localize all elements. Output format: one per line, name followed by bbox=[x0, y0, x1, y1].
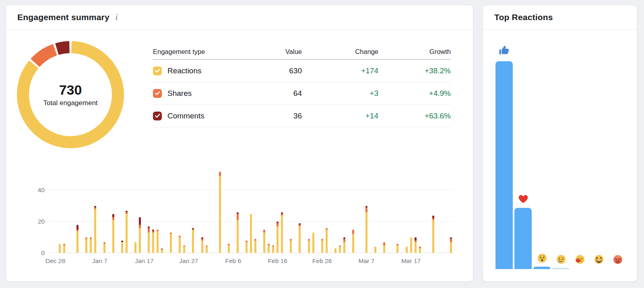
daily-engagement-chart[interactable]: 02040Dec 28Jan 7Jan 17Jan 27Feb 6Feb 16F… bbox=[49, 167, 453, 253]
series-label: Comments bbox=[167, 112, 204, 120]
engagement-bar[interactable] bbox=[228, 244, 230, 253]
engagement-bar[interactable] bbox=[246, 240, 248, 253]
engagement-bar[interactable] bbox=[415, 237, 417, 253]
reaction-bar-love[interactable] bbox=[514, 208, 532, 269]
change-cell: +14 bbox=[302, 112, 378, 120]
engagement-bar[interactable] bbox=[161, 248, 163, 253]
bar-segment-shares bbox=[139, 225, 141, 228]
reaction-bar-like[interactable] bbox=[495, 61, 513, 269]
engagement-bar[interactable] bbox=[201, 237, 203, 253]
engagement-bar[interactable] bbox=[157, 230, 159, 253]
engagement-bar[interactable] bbox=[206, 245, 208, 253]
engagement-bar[interactable] bbox=[103, 242, 105, 253]
engagement-bar[interactable] bbox=[374, 247, 376, 253]
engagement-bar[interactable] bbox=[383, 242, 385, 253]
top-reactions-card: Top Reactions bbox=[483, 5, 637, 282]
bar-segment-reactions bbox=[90, 239, 92, 253]
column-header-engagement-type: Engagement type bbox=[153, 48, 260, 56]
engagement-bar[interactable] bbox=[121, 240, 123, 253]
y-axis-label: 40 bbox=[30, 186, 45, 194]
series-label: Reactions bbox=[167, 66, 202, 75]
bar-segment-reactions bbox=[228, 245, 230, 253]
column-header-change: Change bbox=[302, 48, 378, 56]
reactions-card-header: Top Reactions bbox=[483, 5, 637, 30]
haha-emoji-icon bbox=[594, 255, 604, 264]
engagement-bar[interactable] bbox=[277, 222, 279, 253]
engagement-bar[interactable] bbox=[339, 245, 341, 253]
bar-segment-reactions bbox=[139, 228, 141, 253]
engagement-bar[interactable] bbox=[352, 230, 354, 253]
engagement-bar[interactable] bbox=[112, 214, 114, 253]
bar-segment-reactions bbox=[76, 231, 78, 253]
column-header-value: Value bbox=[260, 48, 302, 56]
engagement-bar[interactable] bbox=[406, 247, 408, 253]
bar-segment-shares bbox=[343, 239, 345, 242]
bar-segment-reactions bbox=[201, 240, 203, 253]
bar-segment-reactions bbox=[219, 176, 221, 253]
engagement-bar[interactable] bbox=[170, 232, 172, 253]
info-icon[interactable]: i bbox=[114, 13, 119, 21]
series-checkbox-reactions[interactable] bbox=[153, 66, 162, 75]
engagement-bar[interactable] bbox=[59, 244, 61, 253]
engagement-bar[interactable] bbox=[281, 212, 283, 253]
engagement-bar[interactable] bbox=[299, 223, 301, 253]
engagement-bar[interactable] bbox=[126, 211, 128, 253]
engagement-bar[interactable] bbox=[308, 239, 310, 253]
engagement-bar[interactable] bbox=[410, 237, 412, 253]
bar-segment-shares bbox=[237, 214, 239, 220]
engagement-bar[interactable] bbox=[365, 206, 367, 253]
engagement-bar[interactable] bbox=[152, 230, 154, 253]
series-checkbox-shares[interactable] bbox=[153, 89, 162, 98]
engagement-table-body: Reactions630+174+38.2%Shares64+3+4.9%Com… bbox=[153, 60, 451, 127]
table-row-reactions: Reactions630+174+38.2% bbox=[153, 60, 451, 82]
bar-segment-reactions bbox=[334, 248, 336, 253]
engagement-bar[interactable] bbox=[134, 242, 136, 253]
bar-segment-reactions bbox=[396, 245, 398, 253]
engagement-bar[interactable] bbox=[396, 244, 398, 253]
bar-segment-reactions bbox=[103, 244, 105, 253]
engagement-bar[interactable] bbox=[250, 214, 252, 253]
x-axis-label: Jan 7 bbox=[92, 257, 107, 265]
series-checkbox-comments[interactable] bbox=[153, 112, 162, 120]
engagement-bar[interactable] bbox=[76, 225, 78, 253]
engagement-bar[interactable] bbox=[290, 239, 292, 253]
engagement-bar[interactable] bbox=[343, 237, 345, 253]
engagement-bar[interactable] bbox=[321, 239, 323, 253]
engagement-bar[interactable] bbox=[263, 230, 265, 253]
reaction-bar-sad[interactable] bbox=[552, 268, 570, 269]
reaction-bar-wow[interactable] bbox=[533, 267, 551, 269]
bar-segment-reactions bbox=[290, 240, 292, 253]
engagement-bar[interactable] bbox=[94, 206, 96, 253]
engagement-bar[interactable] bbox=[139, 217, 141, 253]
bar-segment-reactions bbox=[450, 242, 452, 253]
reactions-card-title: Top Reactions bbox=[494, 12, 553, 22]
engagement-bar[interactable] bbox=[334, 248, 336, 253]
bar-segment-comments bbox=[76, 225, 78, 230]
engagement-bar[interactable] bbox=[326, 228, 328, 253]
engagement-bar[interactable] bbox=[85, 237, 87, 253]
total-engagement-donut-chart[interactable]: 730 Total engagement bbox=[17, 41, 124, 148]
engagement-bar[interactable] bbox=[90, 237, 92, 253]
engagement-bar[interactable] bbox=[272, 245, 274, 253]
x-axis-label: Mar 17 bbox=[401, 257, 421, 265]
engagement-bar[interactable] bbox=[192, 228, 194, 253]
engagement-bar[interactable] bbox=[254, 239, 256, 253]
bar-segment-reactions bbox=[206, 247, 208, 253]
engagement-bar[interactable] bbox=[237, 212, 239, 253]
engagement-bar[interactable] bbox=[312, 232, 314, 253]
engagement-bar[interactable] bbox=[63, 244, 65, 253]
engagement-bar[interactable] bbox=[268, 244, 270, 253]
engagement-bar[interactable] bbox=[148, 226, 150, 253]
wow-emoji-icon bbox=[537, 253, 547, 263]
reactions-bar-chart[interactable] bbox=[483, 30, 637, 281]
bar-segment-reactions bbox=[59, 244, 61, 253]
engagement-bar[interactable] bbox=[432, 215, 434, 253]
engagement-bar[interactable] bbox=[219, 172, 221, 253]
engagement-bar[interactable] bbox=[419, 247, 421, 253]
engagement-bar[interactable] bbox=[183, 245, 185, 253]
engagement-bar[interactable] bbox=[450, 237, 452, 253]
bar-segment-reactions bbox=[339, 247, 341, 253]
bar-segment-reactions bbox=[374, 247, 376, 253]
engagement-bar[interactable] bbox=[179, 236, 181, 253]
bar-segment-shares bbox=[365, 207, 367, 212]
